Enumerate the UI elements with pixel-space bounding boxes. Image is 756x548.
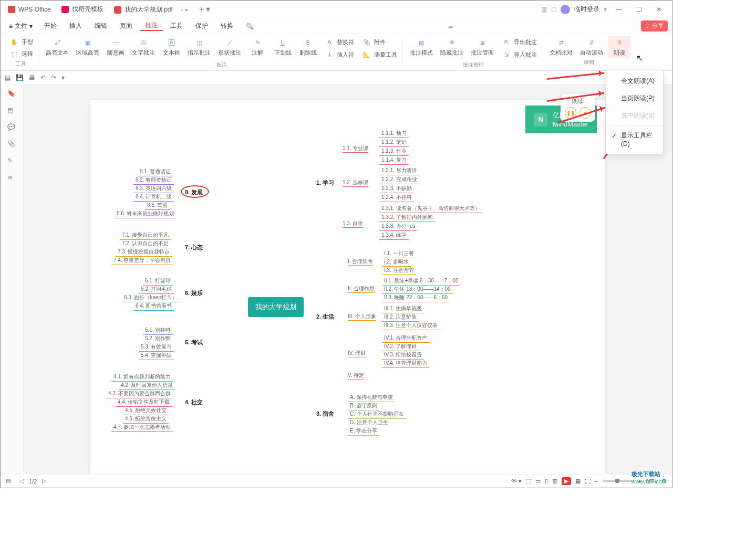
- thumbnails-icon[interactable]: ▤: [5, 74, 11, 81]
- branch-3: 3. 宿舍: [316, 410, 334, 418]
- signature-icon[interactable]: ✎: [7, 157, 17, 166]
- attachment-button[interactable]: 📎附件: [359, 36, 399, 48]
- redo-icon[interactable]: ↷: [51, 74, 56, 81]
- view-eye-icon[interactable]: 👁 ▾: [511, 478, 522, 484]
- cube-icon[interactable]: ⬡: [551, 6, 556, 13]
- bookmark-icon[interactable]: 🔖: [7, 90, 17, 99]
- area-highlight-button[interactable]: ▦区域高亮: [74, 36, 101, 60]
- underline-button[interactable]: U下划线: [272, 36, 294, 60]
- shape-annot-button[interactable]: ／形状批注: [216, 36, 243, 60]
- read-full-item[interactable]: 全文朗读(A): [606, 72, 663, 90]
- continuous-icon[interactable]: ▥: [552, 478, 557, 484]
- file-menu[interactable]: ≡ 文件 ▾: [5, 22, 37, 30]
- menu-tools[interactable]: 工具: [165, 22, 188, 30]
- leaf: 5.4. 查漏补缺: [139, 351, 174, 360]
- read-selection-item[interactable]: 选中朗读(S): [606, 107, 663, 124]
- menu-edit[interactable]: 编辑: [89, 22, 112, 30]
- leaf: 8.1. 普通话证: [138, 167, 173, 176]
- document-canvas[interactable]: N 亿图脑图MindMaster 我的大学规划 1. 学习 1.1. 专业课 1…: [24, 85, 672, 474]
- play-icon[interactable]: ▶: [562, 477, 571, 485]
- layers-icon[interactable]: ≋: [7, 174, 17, 183]
- menu-start[interactable]: 开始: [39, 22, 62, 30]
- outline-icon[interactable]: ▤: [7, 107, 17, 116]
- attachment-icon[interactable]: 📎: [7, 140, 17, 150]
- autoscroll-button[interactable]: ⇵自动滚动: [578, 36, 605, 58]
- leaf: 8.2. 教师资格证: [133, 176, 174, 185]
- text-annot-button[interactable]: Ⓐ文字批注: [130, 36, 157, 60]
- read-page-item[interactable]: 当页朗读(P): [606, 90, 663, 107]
- leaf: IV.3. 拒绝校园贷: [382, 351, 424, 360]
- avatar[interactable]: [561, 5, 570, 14]
- strike-button[interactable]: S删除线: [297, 36, 319, 60]
- leaf: D. 注意个人卫生: [348, 418, 390, 427]
- undo-icon[interactable]: ↶: [40, 74, 46, 81]
- fit-width-icon[interactable]: ▭: [535, 478, 541, 484]
- menu-protect[interactable]: 保护: [190, 22, 213, 30]
- zoom-out-button[interactable]: −: [595, 478, 598, 484]
- branch-4: 4. 社交: [185, 398, 203, 406]
- hand-tool[interactable]: ✋手型: [7, 36, 35, 48]
- hide-annot-button[interactable]: 👁隐藏批注: [438, 36, 465, 60]
- sub-1-3: 1.3. 自学: [343, 220, 363, 228]
- menu-page[interactable]: 页面: [115, 22, 138, 30]
- leaf: 5.3. 有效复习: [139, 343, 174, 352]
- add-tab-button[interactable]: + ▾: [193, 4, 215, 14]
- leaf: 7.4. 尊重差异，学会包容: [111, 256, 173, 265]
- group-label: 批注管理: [463, 60, 484, 70]
- leaf: 4.5. 拒绝无效社交: [123, 406, 169, 415]
- export-annot-button[interactable]: ⇱导出批注: [499, 36, 539, 48]
- freeform-button[interactable]: 〰随意画: [105, 36, 127, 60]
- print-icon[interactable]: 🖶: [29, 74, 35, 81]
- zoom-slider[interactable]: [603, 480, 634, 482]
- highlight-text-button[interactable]: 🖍高亮文本: [44, 36, 71, 60]
- measure-button[interactable]: 📐测量工具: [359, 49, 399, 60]
- maximize-button[interactable]: ☐: [631, 6, 647, 13]
- manage-annot-button[interactable]: ≣批注管理: [469, 36, 496, 60]
- show-toolbar-item[interactable]: ✓显示工具栏(D): [606, 127, 663, 152]
- minimize-button[interactable]: —: [611, 6, 627, 13]
- pdf-page: N 亿图脑图MindMaster 我的大学规划 1. 学习 1.1. 专业课 1…: [90, 100, 605, 474]
- more-icon[interactable]: ▾: [61, 74, 65, 81]
- leaf: 1.3.1. 读名著（鬼谷子、高情商聊天术等）: [379, 204, 482, 213]
- document-tab[interactable]: 我的大学规划.pdf ▫ ▾: [109, 1, 194, 18]
- read-aloud-button[interactable]: 🎙朗读: [608, 36, 630, 58]
- leaf: 5.1. 别挂科: [143, 326, 173, 335]
- single-page-icon[interactable]: ▯: [545, 478, 548, 484]
- leaf: 8.6. 对未来就业做好规划: [115, 209, 176, 218]
- annot-mode-button[interactable]: ▤批注模式: [408, 36, 435, 60]
- tab-overflow-icon[interactable]: ▫ ▾: [181, 6, 189, 14]
- leaf: 6.1. 打篮球: [143, 277, 173, 286]
- thumbnails-icon[interactable]: ▤: [6, 477, 14, 486]
- menu-convert[interactable]: 转换: [215, 22, 239, 30]
- read-dropdown: 全文朗读(A) 当页朗读(P) 选中朗读(S) ✓显示工具栏(D): [606, 70, 664, 154]
- callout-button[interactable]: ◫指示批注: [185, 36, 213, 60]
- textbox-button[interactable]: 🄰文本框: [160, 36, 182, 60]
- share-button[interactable]: ⇪ 分享: [641, 20, 668, 31]
- leaf: 1.1.4. 复习: [379, 156, 409, 165]
- menu-insert[interactable]: 插入: [64, 22, 87, 30]
- import-annot-button[interactable]: ⇲导入批注: [499, 49, 539, 60]
- select-tool[interactable]: ⬚选择: [7, 48, 35, 59]
- replace-sym-button[interactable]: Ạ替换符: [322, 36, 356, 48]
- crop-icon[interactable]: ⬚: [526, 478, 531, 484]
- cloud-icon[interactable]: ☁: [447, 23, 453, 30]
- page-indicator[interactable]: 1/2: [29, 478, 37, 484]
- app-tab[interactable]: WPS Office: [3, 1, 56, 18]
- note-button[interactable]: ✎注解: [246, 36, 268, 60]
- menu-search-icon[interactable]: 🔍: [241, 23, 259, 30]
- leaf: 4.4. 传输文件及时下载: [116, 398, 172, 407]
- close-button[interactable]: ✕: [651, 6, 667, 13]
- insert-sym-button[interactable]: ⅄插入符: [322, 49, 356, 60]
- menu-annotate[interactable]: 批注: [140, 21, 163, 31]
- presentation-icon[interactable]: ⛶: [585, 478, 591, 484]
- comment-icon[interactable]: 💬: [7, 123, 17, 133]
- panel-icon[interactable]: ▥: [541, 6, 547, 13]
- compare-button[interactable]: ⇄文档比对: [547, 36, 575, 58]
- tab-label: 找稻壳模板: [72, 5, 103, 14]
- templates-tab[interactable]: 找稻壳模板: [56, 1, 109, 18]
- login-label[interactable]: 临时登录: [574, 5, 599, 14]
- leaf: 6.3. 跑步（keep打卡）: [122, 293, 179, 302]
- layout-icon[interactable]: ▦: [575, 478, 581, 484]
- save-icon[interactable]: 💾: [16, 74, 24, 81]
- group-label: 工具: [16, 59, 26, 69]
